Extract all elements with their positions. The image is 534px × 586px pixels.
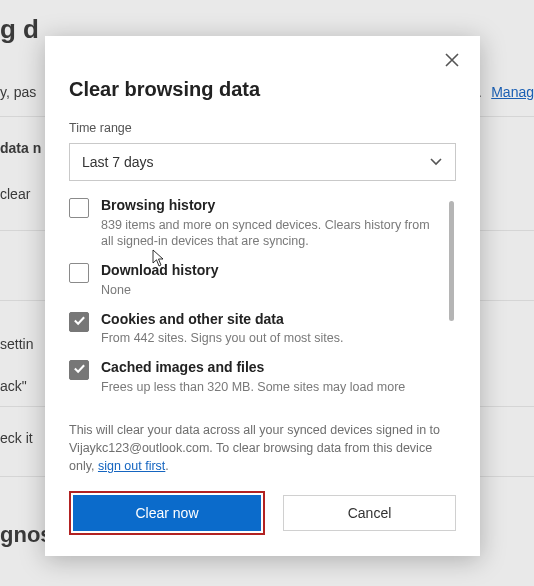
option-cookies: Cookies and other site data From 442 sit…: [69, 311, 438, 347]
options-list: Browsing history 839 items and more on s…: [69, 197, 456, 415]
close-button[interactable]: [442, 52, 462, 72]
clear-now-highlight: Clear now: [69, 491, 265, 535]
cancel-button[interactable]: Cancel: [283, 495, 456, 531]
notice-text-post: .: [165, 459, 168, 473]
checkbox-browsing-history[interactable]: [69, 198, 89, 218]
option-subtitle: From 442 sites. Signs you out of most si…: [101, 330, 343, 347]
option-download-history: Download history None: [69, 262, 438, 298]
dialog-title: Clear browsing data: [69, 78, 456, 101]
sync-notice: This will clear your data across all you…: [69, 421, 456, 475]
checkbox-cached[interactable]: [69, 360, 89, 380]
checkmark-icon: [73, 361, 86, 379]
bg-data-fragment: data n: [0, 140, 41, 156]
bg-clear-fragment: clear: [0, 186, 30, 202]
option-subtitle: 839 items and more on synced devices. Cl…: [101, 217, 438, 251]
sign-out-first-link[interactable]: sign out first: [98, 459, 165, 473]
option-subtitle: None: [101, 282, 218, 299]
option-title: Browsing history: [101, 197, 438, 215]
dialog-actions: Clear now Cancel: [69, 491, 456, 535]
checkbox-download-history[interactable]: [69, 263, 89, 283]
checkbox-cookies[interactable]: [69, 312, 89, 332]
time-range-value: Last 7 days: [82, 154, 154, 170]
time-range-select[interactable]: Last 7 days: [69, 143, 456, 181]
option-browsing-history: Browsing history 839 items and more on s…: [69, 197, 438, 250]
time-range-label: Time range: [69, 121, 456, 135]
option-title: Cookies and other site data: [101, 311, 343, 329]
bg-setting-fragment: settin: [0, 336, 33, 352]
bg-ack-fragment: ack": [0, 378, 27, 394]
option-subtitle: Frees up less than 320 MB. Some sites ma…: [101, 379, 405, 396]
close-icon: [445, 53, 459, 71]
clear-now-button[interactable]: Clear now: [73, 495, 261, 531]
bg-eck-fragment: eck it: [0, 430, 33, 446]
bg-manage-link-fragment: Manag: [491, 84, 534, 100]
clear-browsing-data-dialog: Clear browsing data Time range Last 7 da…: [45, 36, 480, 556]
checkmark-icon: [73, 313, 86, 331]
option-cached: Cached images and files Frees up less th…: [69, 359, 438, 395]
option-title: Cached images and files: [101, 359, 405, 377]
option-title: Download history: [101, 262, 218, 280]
scrollbar-thumb[interactable]: [449, 201, 454, 321]
bg-title-fragment: g d: [0, 14, 39, 45]
bg-sub-fragment: y, pas: [0, 84, 36, 100]
chevron-down-icon: [429, 154, 443, 171]
